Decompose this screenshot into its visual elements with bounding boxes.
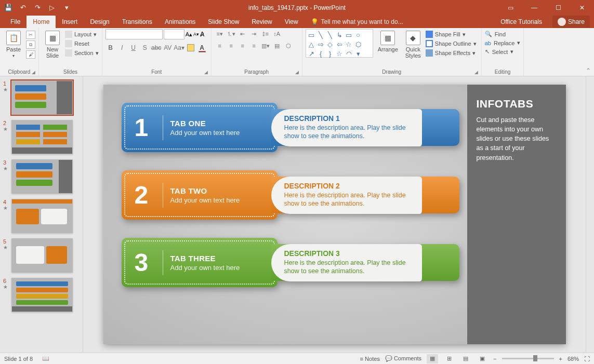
tab-left-orange[interactable]: 2 TAB TWO Add your own text here <box>122 170 278 220</box>
shape-line-icon[interactable]: ╲ <box>317 31 325 39</box>
font-family-select[interactable] <box>105 29 163 39</box>
shape-connector-icon[interactable]: ↳ <box>336 31 344 39</box>
drawing-dialog-icon[interactable]: ◢ <box>474 70 478 75</box>
thumbnail-3[interactable]: 3★ <box>3 159 80 194</box>
spacing-button[interactable]: AV <box>163 43 173 53</box>
font-size-select[interactable] <box>164 29 184 39</box>
text-direction-button[interactable]: ↕A <box>272 29 282 38</box>
find-button[interactable]: 🔍Find <box>485 31 521 37</box>
shape-arc-icon[interactable]: ◠ <box>345 50 353 58</box>
tab-view[interactable]: View <box>279 16 305 28</box>
thumbnail-2[interactable]: 2★ <box>3 120 80 154</box>
new-slide-button[interactable]: ▦ New Slide <box>42 29 63 60</box>
decrease-font-icon[interactable]: A▾ <box>193 32 199 37</box>
shape-triangle-icon[interactable]: △ <box>308 41 315 48</box>
zoom-level[interactable]: 68% <box>567 356 579 362</box>
tell-me-search[interactable]: 💡 Tell me what you want to do... <box>305 16 410 28</box>
slideshow-view-icon[interactable]: ▣ <box>477 354 488 363</box>
undo-icon[interactable]: ↶ <box>19 4 27 12</box>
tab-slideshow[interactable]: Slide Show <box>202 16 245 28</box>
thumbnail-4[interactable]: 4★ <box>3 199 80 233</box>
paragraph-dialog-icon[interactable]: ◢ <box>295 70 299 75</box>
slide-canvas[interactable]: 1 TAB ONE Add your own text here DESCRIP… <box>83 76 586 353</box>
tab-insert[interactable]: Insert <box>56 16 84 28</box>
shape-star-icon[interactable]: ☆ <box>345 41 353 48</box>
thumbnail-image[interactable] <box>11 80 73 115</box>
layout-button[interactable]: Layout ▾ <box>65 31 99 38</box>
start-from-beginning-icon[interactable]: ▷ <box>48 4 56 12</box>
shape-line2-icon[interactable]: ╲ <box>326 31 334 39</box>
thumbnail-image[interactable] <box>11 238 73 273</box>
tab-home[interactable]: Home <box>27 16 56 28</box>
zoom-out-button[interactable]: − <box>493 356 496 362</box>
replace-button[interactable]: abReplace ▾ <box>485 39 521 46</box>
save-icon[interactable]: 💾 <box>4 4 12 12</box>
infotab-row-3[interactable]: 3 TAB THREE Add your own text here DESCR… <box>122 238 459 287</box>
zoom-in-button[interactable]: + <box>559 356 562 362</box>
thumbnail-image[interactable] <box>11 199 73 233</box>
normal-view-icon[interactable]: ▦ <box>427 354 438 363</box>
tab-right-green[interactable]: DESCRIPTION 3 Here is the description ar… <box>271 238 459 287</box>
decrease-indent-button[interactable]: ⇤ <box>237 29 248 38</box>
align-text-button[interactable]: ▤ <box>272 41 282 50</box>
increase-font-icon[interactable]: A▴ <box>186 31 192 38</box>
font-color-button[interactable]: A <box>197 43 207 53</box>
shape-fill-button[interactable]: Shape Fill ▾ <box>426 31 477 38</box>
tab-design[interactable]: Design <box>84 16 115 28</box>
italic-button[interactable]: I <box>117 43 127 53</box>
shape-oval-icon[interactable]: ○ <box>354 31 362 39</box>
tab-file[interactable]: File <box>4 16 27 28</box>
shape-outline-button[interactable]: Shape Outline ▾ <box>426 40 477 47</box>
collapse-ribbon-icon[interactable]: ⌃ <box>583 28 594 76</box>
tab-left-blue[interactable]: 1 TAB ONE Add your own text here <box>122 103 278 152</box>
bullets-button[interactable]: ≡▾ <box>215 29 225 38</box>
tab-left-green[interactable]: 3 TAB THREE Add your own text here <box>122 238 278 287</box>
align-center-button[interactable]: ≡ <box>226 41 236 50</box>
increase-indent-button[interactable]: ⇥ <box>249 29 259 38</box>
format-painter-button[interactable]: 🖌 <box>26 50 35 59</box>
shape-brace-l-icon[interactable]: { <box>317 50 325 58</box>
shape-arrow-icon[interactable]: ⇨ <box>317 41 325 48</box>
thumbnail-5[interactable]: 5★ <box>3 238 80 273</box>
quick-styles-button[interactable]: ◆ Quick Styles <box>403 29 424 60</box>
vertical-scrollbar[interactable] <box>586 76 594 353</box>
underline-button[interactable]: U <box>128 43 139 53</box>
columns-button[interactable]: ▥▾ <box>260 41 271 50</box>
thumbnail-image[interactable] <box>11 120 73 154</box>
shape-brace-r-icon[interactable]: } <box>326 50 334 58</box>
smartart-button[interactable]: ⬡ <box>283 41 294 50</box>
slide-thumbnail-panel[interactable]: 1★ 2★ 3★ <box>0 76 83 353</box>
shape-hex-icon[interactable]: ⬡ <box>354 41 362 48</box>
shape-effects-button[interactable]: Shape Effects ▾ <box>426 49 477 57</box>
copy-button[interactable]: ⧉ <box>26 41 35 49</box>
cut-button[interactable]: ✂ <box>26 31 35 39</box>
clear-format-icon[interactable]: A̷ <box>200 31 204 38</box>
align-right-button[interactable]: ≡ <box>237 41 248 50</box>
spell-check-icon[interactable]: 📖 <box>42 355 49 362</box>
ribbon-display-icon[interactable]: ▭ <box>498 0 522 15</box>
infotab-row-1[interactable]: 1 TAB ONE Add your own text here DESCRIP… <box>122 103 459 152</box>
sorter-view-icon[interactable]: ⊞ <box>443 354 455 363</box>
tab-transitions[interactable]: Transitions <box>116 16 159 28</box>
reset-button[interactable]: Reset <box>65 40 99 47</box>
slide-indicator[interactable]: Slide 1 of 8 <box>4 356 33 362</box>
infotab-row-2[interactable]: 2 TAB TWO Add your own text here DESCRIP… <box>122 170 459 220</box>
highlight-button[interactable] <box>186 43 196 53</box>
office-tutorials-link[interactable]: Office Tutorials <box>494 16 548 28</box>
tab-right-orange[interactable]: DESCRIPTION 2 Here is the description ar… <box>271 170 459 220</box>
minimize-button[interactable]: — <box>522 0 546 15</box>
comments-button[interactable]: 💬 Comments <box>385 355 421 362</box>
bold-button[interactable]: B <box>105 43 116 53</box>
clipboard-dialog-icon[interactable]: ◢ <box>32 70 35 75</box>
justify-button[interactable]: ≡ <box>249 41 259 50</box>
paste-button[interactable]: 📋 Paste ▾ <box>3 29 24 60</box>
align-left-button[interactable]: ≡ <box>215 41 225 50</box>
shapes-gallery[interactable]: ▭ ╲ ╲ ↳ ▭ ○ △ ⇨ ◇ ⇦ ☆ ⬡ ↗ { } ☆ ◠ ▾ <box>306 29 373 58</box>
slide-sidebar[interactable]: INFOTABS Cut and paste these elements in… <box>467 85 566 344</box>
change-case-button[interactable]: Aa▾ <box>174 43 184 53</box>
reading-view-icon[interactable]: ▤ <box>460 354 471 363</box>
thumbnail-1[interactable]: 1★ <box>3 80 80 115</box>
select-button[interactable]: ↖Select ▾ <box>485 48 521 55</box>
shape-more-icon[interactable]: ▾ <box>354 50 362 58</box>
slide[interactable]: 1 TAB ONE Add your own text here DESCRIP… <box>103 85 566 344</box>
